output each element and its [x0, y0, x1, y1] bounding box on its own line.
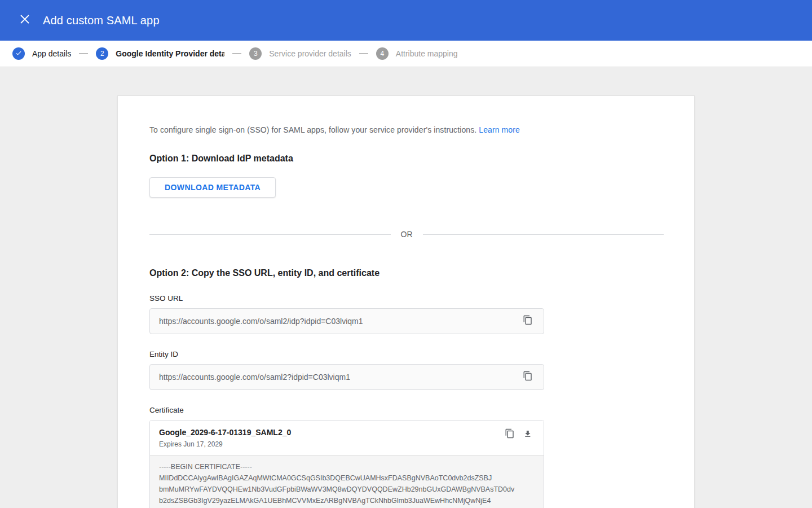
intro-sentence: To configure single sign-on (SSO) for SA… — [149, 125, 476, 134]
certificate-card: Google_2029-6-17-01319_SAML2_0 Expires J… — [149, 420, 544, 508]
download-certificate-button[interactable] — [521, 428, 535, 441]
entity-id-field: https://accounts.google.com/o/saml2?idpi… — [149, 364, 544, 390]
check-icon — [15, 50, 22, 58]
divider-line — [423, 234, 664, 235]
copy-entity-id-button[interactable] — [521, 370, 535, 384]
step-connector — [359, 53, 368, 54]
step-number-circle: 2 — [96, 47, 108, 60]
option1-heading: Option 1: Download IdP metadata — [149, 154, 663, 164]
step-number-circle: 3 — [249, 47, 262, 60]
step-app-details[interactable]: App details — [12, 47, 71, 60]
download-metadata-button[interactable]: DOWNLOAD METADATA — [149, 177, 276, 198]
certificate-line: b2dsZSBGb3IgV29yazELMAkGA1UEBhMCVVMxEzAR… — [159, 495, 535, 506]
step-label: Attribute mapping — [396, 49, 458, 58]
step-service-provider-details[interactable]: 3 Service provider details — [249, 47, 351, 60]
learn-more-link[interactable]: Learn more — [479, 125, 520, 134]
certificate-name: Google_2029-6-17-01319_SAML2_0 — [159, 427, 498, 437]
download-icon — [523, 429, 533, 441]
step-google-idp-details[interactable]: 2 Google Identity Provider details — [96, 47, 224, 60]
stepper: App details 2 Google Identity Provider d… — [0, 41, 812, 67]
step-number: 4 — [380, 50, 384, 58]
step-number: 3 — [254, 50, 258, 58]
certificate-expiry: Expires Jun 17, 2029 — [159, 440, 498, 448]
certificate-info: Google_2029-6-17-01319_SAML2_0 Expires J… — [159, 427, 498, 448]
close-button[interactable] — [14, 9, 36, 32]
step-attribute-mapping[interactable]: 4 Attribute mapping — [376, 47, 458, 60]
entity-id-value: https://accounts.google.com/o/saml2?idpi… — [159, 373, 521, 382]
divider-line — [149, 234, 391, 235]
copy-certificate-button[interactable] — [503, 428, 517, 441]
content-card: To configure single sign-on (SSO) for SA… — [117, 95, 695, 508]
step-label: App details — [32, 49, 71, 58]
step-label: Google Identity Provider details — [116, 49, 224, 58]
close-icon — [20, 15, 29, 26]
dialog-header: Add custom SAML app — [0, 0, 812, 41]
certificate-header: Google_2029-6-17-01319_SAML2_0 Expires J… — [150, 421, 544, 455]
certificate-body: -----BEGIN CERTIFICATE----- MIIDdDCCAlyg… — [150, 455, 544, 508]
copy-icon — [505, 428, 515, 441]
step-connector — [79, 53, 88, 54]
step-number-circle: 4 — [376, 47, 389, 60]
sso-url-field: https://accounts.google.com/o/saml2/idp?… — [149, 308, 544, 334]
step-label: Service provider details — [269, 49, 351, 58]
or-label: OR — [391, 230, 423, 239]
page-background: To configure single sign-on (SSO) for SA… — [0, 95, 812, 508]
step-connector — [232, 53, 241, 54]
copy-icon — [523, 315, 533, 327]
certificate-label: Certificate — [149, 406, 663, 414]
copy-icon — [523, 371, 533, 383]
intro-text: To configure single sign-on (SSO) for SA… — [149, 125, 663, 134]
dialog-title: Add custom SAML app — [43, 14, 160, 27]
option2-heading: Option 2: Copy the SSO URL, entity ID, a… — [149, 268, 663, 278]
step-complete-circle — [12, 47, 25, 60]
step-number: 2 — [100, 50, 104, 58]
sso-url-value: https://accounts.google.com/o/saml2/idp?… — [159, 317, 521, 326]
certificate-line: bmMuMRYwFAYDVQQHEw1Nb3VudGFpbiBWaWV3MQ8w… — [159, 484, 535, 495]
sso-url-label: SSO URL — [149, 294, 663, 303]
certificate-line: -----BEGIN CERTIFICATE----- — [159, 461, 535, 472]
or-divider: OR — [149, 230, 664, 239]
certificate-line: MIIDdDCCAlygAwIBAgIGAZAqMWtCMA0GCSqGSIb3… — [159, 472, 535, 484]
copy-sso-url-button[interactable] — [521, 314, 535, 328]
entity-id-label: Entity ID — [149, 350, 663, 358]
